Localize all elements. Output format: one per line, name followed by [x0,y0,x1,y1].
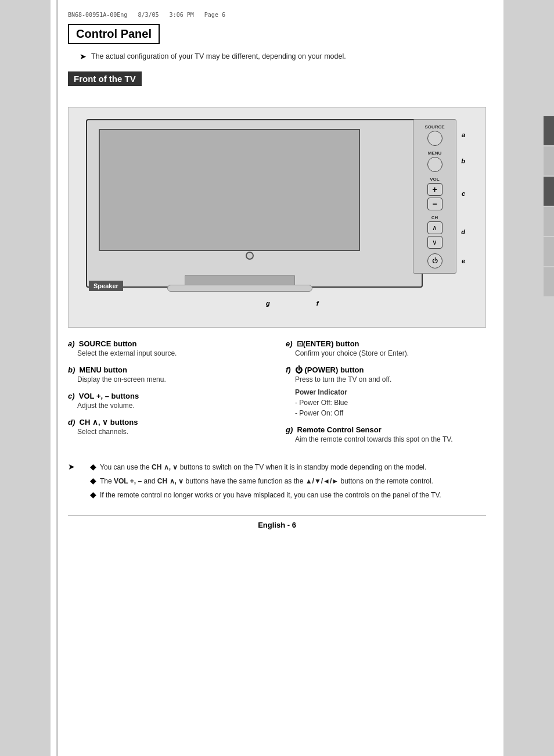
notes-section: ➤ ◆ You can use the CH ∧, ∨ buttons to s… [68,462,486,504]
desc-text-b: Display the on-screen menu. [77,374,268,385]
desc-item-d: d) CH ∧, ∨ buttons Select channels. [68,418,268,437]
desc-item-a: a) SOURCE button Select the external inp… [68,339,268,359]
note-content-3: If the remote control no longer works or… [100,490,441,500]
descriptions-section: a) SOURCE button Select the external inp… [68,339,486,452]
desc-text-d: Select channels. [77,427,268,437]
desc-text-g: Aim the remote control towards this spot… [295,434,486,445]
note-bullet-2: ◆ [90,476,96,485]
label-e: e [462,257,465,264]
notes-arrow-icon: ➤ [68,462,75,471]
source-label: SOURCE [425,124,444,130]
note-content-2: The VOL +, – and CH ∧, ∨ buttons have th… [100,476,433,486]
menu-label: MENU [428,151,442,156]
right-tab-5 [544,237,554,266]
vol-plus-button[interactable]: + [427,183,443,196]
desc-text-e: Confirm your choice (Store or Enter). [295,348,486,359]
desc-title-e: e) ⊡(ENTER) button [286,339,486,348]
tv-diagram: Speaker SOURCE a MENU b [68,107,486,328]
desc-title-f: f) ⏻ (POWER) button [286,366,486,374]
page-title: Control Panel [68,24,160,44]
doc-header: BN68-00951A-00Eng 8/3/05 3:06 PM Page 6 [68,12,486,18]
right-tab-6 [544,267,554,296]
note-bullet-3: ◆ [90,490,96,499]
footer-text: English - 6 [258,521,296,529]
vol-minus-button[interactable]: − [427,198,443,210]
speaker-label: Speaker [89,281,123,291]
label-f: f [316,300,319,307]
tv-body [86,119,423,288]
note-arrow-icon: ➤ [80,52,87,61]
label-d: d [461,228,465,235]
ch-up-button[interactable]: ∧ [427,221,443,234]
source-button[interactable] [427,131,443,146]
label-b: b [461,157,465,164]
right-tab-1 [544,116,554,145]
label-c: c [462,190,465,197]
right-tab-4 [544,207,554,236]
desc-title-g: g) Remote Control Sensor [286,425,486,434]
desc-power-indicator: Power Indicator - Power Off: Blue - Powe… [295,387,486,418]
note-item-3: ◆ If the remote control no longer works … [90,490,441,500]
note-item-2: ◆ The VOL +, – and CH ∧, ∨ buttons have … [90,476,441,486]
desc-text-c: Adjust the volume. [77,400,268,411]
desc-item-b: b) MENU button Display the on-screen men… [68,366,268,385]
ch-label: CH [431,215,438,220]
note-content-1: You can use the CH ∧, ∨ buttons to switc… [100,462,426,472]
sub-section-title: Front of the TV [68,71,142,86]
right-tab-2 [544,146,554,175]
right-tab-3 [544,177,554,206]
desc-item-e: e) ⊡(ENTER) button Confirm your choice (… [286,339,486,359]
tv-screen [99,129,360,251]
desc-title-d: d) CH ∧, ∨ buttons [68,418,268,427]
vol-label: VOL [430,177,439,182]
intro-note-text: The actual configuration of your TV may … [91,51,346,62]
label-g: g [266,300,270,307]
desc-text-a: Select the external input source. [77,348,268,359]
desc-title-c: c) VOL +, – buttons [68,392,268,400]
desc-title-a: a) SOURCE button [68,339,268,348]
right-tabs [544,116,554,296]
label-a: a [462,131,465,138]
ch-down-button[interactable]: ∨ [427,236,443,249]
desc-title-b: b) MENU button [68,366,268,374]
desc-item-c: c) VOL +, – buttons Adjust the volume. [68,392,268,411]
note-item-1: ◆ You can use the CH ∧, ∨ buttons to swi… [90,462,441,472]
power-enter-button[interactable]: ⏻ [427,253,443,268]
note-bullet-1: ◆ [90,462,96,471]
intro-note: ➤ The actual configuration of your TV ma… [80,51,486,62]
page-footer: English - 6 [68,515,486,529]
menu-button[interactable] [427,157,443,172]
desc-item-f: f) ⏻ (POWER) button Press to turn the TV… [286,366,486,418]
desc-text-f: Press to turn the TV on and off. [295,374,486,385]
desc-item-g: g) Remote Control Sensor Aim the remote … [286,425,486,445]
remote-sensor [246,252,254,260]
tv-stand-bottom [167,285,312,292]
